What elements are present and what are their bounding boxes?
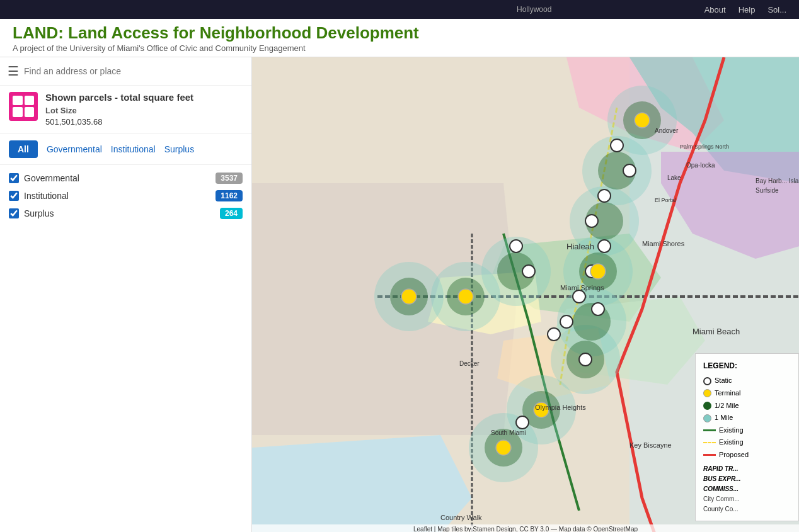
svg-point-44 <box>560 315 573 328</box>
governmental-checkbox[interactable] <box>9 173 19 183</box>
institutional-layer: Institutional 1162 <box>9 190 243 201</box>
svg-point-45 <box>548 328 560 341</box>
proposed-label: Proposed <box>719 450 749 461</box>
svg-text:Olympia Heights: Olympia Heights <box>535 404 586 411</box>
lot-size-value: 501,501,035.68 <box>45 117 102 127</box>
svg-point-43 <box>592 303 604 315</box>
svg-text:Key Biscayne: Key Biscayne <box>629 441 672 449</box>
existing-yellow-line-icon <box>703 442 716 443</box>
governmental-label: Governmental <box>24 173 79 183</box>
all-tab[interactable]: All <box>9 140 38 158</box>
static-circle-icon <box>703 377 711 385</box>
svg-text:South Miami: South Miami <box>491 429 526 436</box>
half-mile-label: 1/2 Mile <box>715 400 739 412</box>
svg-text:Miami Beach: Miami Beach <box>693 327 740 336</box>
surplus-tab[interactable]: Surplus <box>164 144 194 154</box>
hamburger-icon[interactable]: ☰ <box>8 64 19 79</box>
existing-green-label: Existing <box>719 425 744 436</box>
governmental-tab[interactable]: Governmental <box>47 144 102 154</box>
svg-text:Andover: Andover <box>655 127 679 134</box>
search-input[interactable] <box>24 66 244 76</box>
institutional-label: Institutional <box>24 191 69 201</box>
about-link[interactable]: About <box>704 5 726 14</box>
svg-point-42 <box>573 290 585 303</box>
svg-text:Opa-locka: Opa-locka <box>686 162 715 169</box>
proposed-red-line-icon <box>703 454 716 456</box>
svg-point-40 <box>598 240 611 252</box>
legend-title: LEGEND: <box>703 360 791 372</box>
lot-size-label: Lot Size <box>45 106 77 115</box>
bus-express-label: BUS EXPR... <box>703 474 791 484</box>
svg-point-56 <box>496 440 511 455</box>
calculator-icon <box>9 92 38 121</box>
svg-point-54 <box>458 289 473 304</box>
svg-text:Lake: Lake <box>667 174 681 181</box>
svg-point-52 <box>590 264 606 279</box>
city-comm-label: City Comm... <box>703 494 791 504</box>
svg-point-37 <box>623 164 636 177</box>
institutional-checkbox[interactable] <box>9 191 19 201</box>
county-co-label: County Co... <box>703 504 791 514</box>
location-label: Hollywood <box>13 5 551 14</box>
svg-point-53 <box>401 289 417 304</box>
commission-label: COMMISS... <box>703 484 791 494</box>
institutional-badge: 1162 <box>216 190 243 201</box>
institutional-tab[interactable]: Institutional <box>111 144 156 154</box>
half-mile-circle-icon <box>703 402 711 410</box>
rapid-transit-label: RAPID TR... <box>703 464 791 474</box>
stats-title: Shown parcels - total square feet <box>45 92 193 103</box>
svg-text:Surfside: Surfside <box>756 187 779 194</box>
svg-point-36 <box>611 139 623 152</box>
page-title: LAND: Land Access for Neighborhood Devel… <box>13 24 786 42</box>
one-mile-label: 1 Mile <box>715 412 733 424</box>
existing-green-line-icon <box>703 429 716 431</box>
governmental-layer: Governmental 3537 <box>9 173 243 184</box>
terminal-circle-icon <box>703 389 711 397</box>
svg-text:Decker: Decker <box>459 360 480 367</box>
svg-point-51 <box>635 113 650 128</box>
terminal-label: Terminal <box>715 388 741 399</box>
governmental-badge: 3537 <box>216 173 243 184</box>
map-attribution: Leaflet | Map tiles by Stamen Design, CC… <box>252 524 799 532</box>
svg-text:El Portal: El Portal <box>655 197 676 203</box>
sol-link[interactable]: Sol... <box>767 5 786 14</box>
existing-yellow-label: Existing <box>719 437 744 448</box>
svg-text:Miami Shores: Miami Shores <box>642 240 685 247</box>
surplus-badge: 264 <box>220 208 243 219</box>
svg-point-39 <box>585 215 598 227</box>
svg-marker-8 <box>252 435 472 532</box>
page-subtitle: A project of the University of Miami's O… <box>13 43 786 53</box>
svg-point-47 <box>522 265 535 278</box>
help-link[interactable]: Help <box>739 5 756 14</box>
surplus-label: Surplus <box>24 208 54 218</box>
svg-text:Bay Harb... Islands: Bay Harb... Islands <box>756 178 799 184</box>
svg-text:Palm Springs North: Palm Springs North <box>680 144 729 150</box>
static-label: Static <box>715 375 732 387</box>
surplus-checkbox[interactable] <box>9 208 19 218</box>
map-legend: LEGEND: Static Terminal 1/2 Mile 1 Mile … <box>695 353 799 521</box>
svg-point-46 <box>510 240 522 252</box>
svg-text:Country Walk: Country Walk <box>440 514 482 521</box>
svg-text:Hialeah: Hialeah <box>566 242 594 251</box>
svg-text:Miami Springs: Miami Springs <box>560 284 604 291</box>
surplus-layer: Surplus 264 <box>9 208 243 219</box>
svg-point-50 <box>516 416 529 429</box>
svg-point-38 <box>598 190 611 202</box>
one-mile-circle-icon <box>703 414 711 422</box>
svg-point-48 <box>579 353 592 366</box>
